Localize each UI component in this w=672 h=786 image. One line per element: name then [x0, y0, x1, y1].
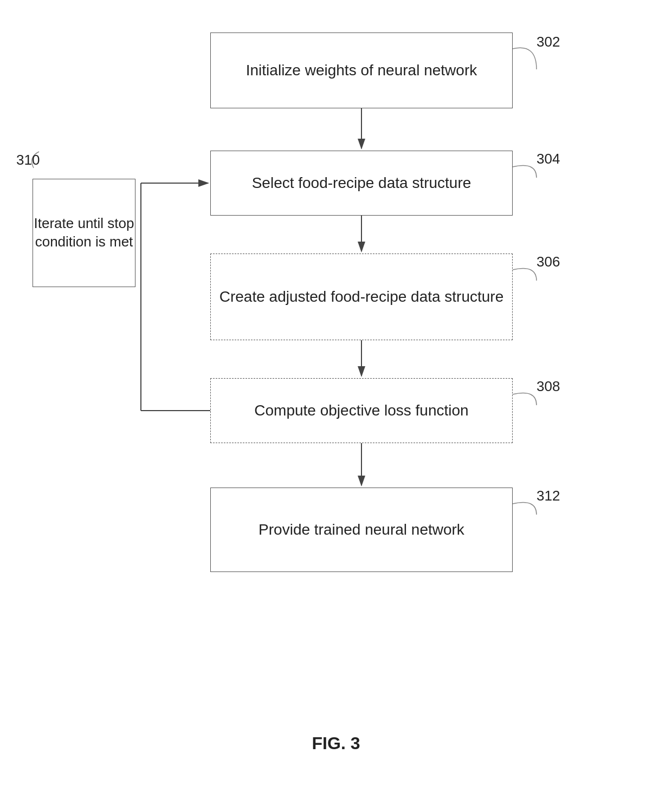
ref-308: 308	[537, 378, 560, 395]
ref-306: 306	[537, 254, 560, 270]
box-provide-trained-label: Provide trained neural network	[259, 520, 464, 540]
ref-312: 312	[537, 488, 560, 504]
box-provide-trained: Provide trained neural network	[210, 488, 513, 572]
box-select-food-recipe-label: Select food-recipe data structure	[252, 173, 471, 193]
box-select-food-recipe: Select food-recipe data structure	[210, 151, 513, 216]
box-create-adjusted: Create adjusted food-recipe data structu…	[210, 254, 513, 340]
box-iterate-label: Iterate until stop condition is met	[33, 215, 135, 251]
ref-304: 304	[537, 151, 560, 167]
ref-310: 310	[16, 152, 40, 168]
box-compute-loss-label: Compute objective loss function	[254, 401, 468, 420]
box-initialize-weights-label: Initialize weights of neural network	[246, 61, 477, 80]
box-iterate: Iterate until stop condition is met	[33, 179, 135, 287]
figure-caption: FIG. 3	[0, 733, 672, 753]
box-create-adjusted-label: Create adjusted food-recipe data structu…	[219, 287, 504, 307]
ref-302: 302	[537, 34, 560, 50]
box-compute-loss: Compute objective loss function	[210, 378, 513, 443]
box-initialize-weights: Initialize weights of neural network	[210, 33, 513, 108]
diagram-container: Initialize weights of neural network 302…	[0, 0, 672, 786]
